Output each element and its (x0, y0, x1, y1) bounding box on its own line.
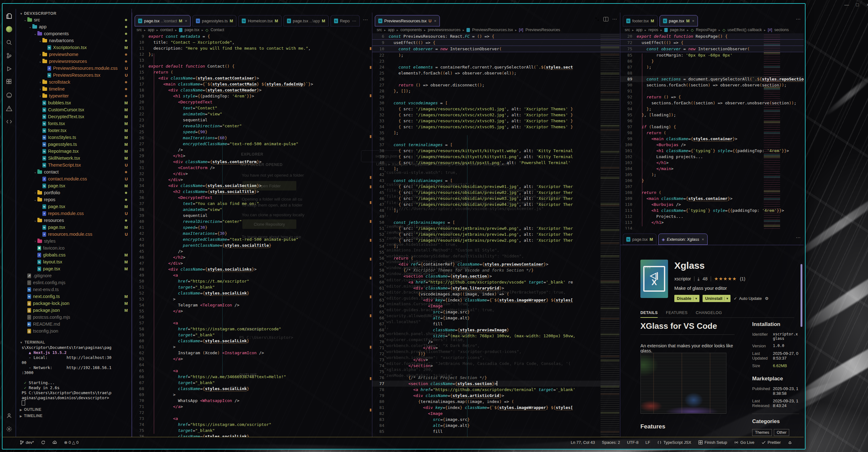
tree-folder-src[interactable]: ⌄src (16, 16, 131, 23)
tree-file-.gitignore[interactable]: ⎇.gitignore (16, 272, 131, 279)
extension-publisher[interactable]: xscriptor (674, 276, 691, 281)
more-actions-icon[interactable]: ⋯ (796, 16, 801, 22)
uninstall-button[interactable]: Uninstall▾ (703, 295, 731, 302)
auto-update-toggle[interactable]: ✓Auto Update (734, 296, 762, 301)
breadcrumb-item[interactable]: PreviewsResources (526, 28, 560, 32)
tree-file-next.config.ts[interactable]: tsnext.config.tsM (16, 293, 131, 300)
breadcrumb-item[interactable]: page.tsx (185, 28, 199, 32)
status-indentation[interactable]: Spaces: 2 (602, 440, 620, 445)
breadcrumb-item[interactable]: useEffect() callback (728, 28, 762, 32)
source-control-icon[interactable] (4, 50, 14, 61)
tree-folder-previewsresources[interactable]: ⌄previewsresources (16, 58, 131, 65)
tree-folder-app[interactable]: ⌄app (16, 23, 131, 30)
tree-file-resources.module.css[interactable]: #resources.module.cssU (16, 231, 131, 237)
status-go-live[interactable]: Go Live (734, 440, 754, 445)
more-actions-icon[interactable]: ⋯ (796, 235, 801, 241)
tree-file-footer.tsx[interactable]: tsfooter.tsxM (16, 127, 131, 134)
close-icon[interactable]: × (702, 237, 704, 242)
rating-count[interactable]: (1) (740, 276, 745, 281)
rating-stars[interactable]: ★★★★★ (714, 276, 737, 282)
tree-folder-repos[interactable]: ⌄repos (16, 196, 131, 203)
code-editor[interactable]: 6const PreviewsResources: React.FC = () … (372, 33, 620, 437)
split-editor-icon[interactable] (603, 17, 609, 21)
minimap[interactable] (600, 35, 619, 437)
tree-folder-components[interactable]: ⌄components (16, 30, 131, 37)
tab-page.tsx[interactable]: tspage.tsxM× (659, 15, 698, 26)
tree-file-SkillNetwork.tsx[interactable]: tsSkillNetwork.tsxM (16, 154, 131, 162)
breadcrumb-item[interactable]: contact (160, 28, 173, 32)
bg-window-control[interactable]: — (844, 2, 849, 7)
tree-file-favicon.ico[interactable]: ▣favicon.ico (16, 245, 131, 251)
tree-file-CustomCursor.tsx[interactable]: tsCustomCursor.tsxM (16, 106, 131, 113)
close-icon[interactable]: × (434, 19, 437, 23)
breadcrumb-item[interactable]: page.tsx (670, 28, 685, 32)
tree-folder-timeline[interactable]: ›timeline (16, 85, 131, 92)
tree-folder-contact[interactable]: ⌄contact (16, 168, 131, 175)
category-chip[interactable]: Other (774, 429, 789, 436)
close-icon[interactable]: × (692, 19, 695, 23)
breadcrumb-item[interactable]: components (401, 28, 422, 32)
tree-file-RepoImage.tsx[interactable]: tsRepoImage.tsxM (16, 148, 131, 154)
bg-window-control[interactable]: □ (855, 2, 860, 7)
tree-folder-typewriter[interactable]: ›typewriter (16, 92, 131, 99)
avatar-icon[interactable] (4, 24, 14, 35)
status-cursor-position[interactable]: Ln 77, Col 43 (571, 440, 595, 445)
files-icon[interactable] (4, 11, 14, 21)
tree-file-package-lock.json[interactable]: {}package-lock.jsonM (16, 300, 131, 307)
status-sync[interactable] (41, 440, 45, 445)
tree-file-tsconfig.json[interactable]: {}tsconfig.json (16, 328, 131, 334)
tree-folder-styles[interactable]: ›styles (16, 237, 131, 245)
tree-file-pagesstyles.ts[interactable]: tspagesstyles.tsM (16, 141, 131, 148)
scrollbar[interactable] (801, 264, 802, 327)
terminal-panel-header[interactable]: ▼TERMINAL (16, 339, 131, 345)
tree-file-globals.css[interactable]: #globals.cssM (16, 251, 131, 258)
tree-file-fonts.tsx[interactable]: tsfonts.tsxM (16, 120, 131, 127)
status-eol[interactable]: LF (645, 440, 650, 445)
bg-window-control[interactable]: × (865, 2, 868, 7)
category-chip[interactable]: Themes (752, 429, 772, 436)
tab-pagesstyles.ts[interactable]: tspagesstyles.tsM (192, 15, 237, 26)
status-notifications[interactable] (787, 440, 792, 445)
tree-file-ThemeScript.tsx[interactable]: tsThemeScript.tsxU (16, 162, 131, 168)
breadcrumb-item[interactable]: src (136, 28, 142, 32)
ext-nav-features[interactable]: FEATURES (666, 311, 687, 315)
extensions-icon[interactable] (4, 77, 14, 87)
tree-file-IconsStyles.ts[interactable]: tsIconsStyles.tsM (16, 134, 131, 141)
tab-Repo[interactable]: tsRepo⋯ (331, 15, 360, 26)
status-language-mode[interactable]: TypeScript JSX (657, 440, 691, 445)
workspace-root[interactable]: ▾DEVXSCRIPTOR (16, 9, 131, 16)
breadcrumb-item[interactable]: src (377, 28, 382, 32)
tree-file-postcss.config.mjs[interactable]: ·postcss.config.mjs (16, 314, 131, 320)
ext-nav-details[interactable]: DETAILS (641, 311, 658, 318)
tree-file-layout.tsx[interactable]: tslayout.tsxM (16, 258, 131, 265)
tab-page.tsx[interactable]: tspage.tsx ...\appM (283, 15, 329, 26)
tree-file-package.json[interactable]: {}package.jsonM (16, 307, 131, 314)
breadcrumb-item[interactable]: app (636, 28, 643, 32)
account-icon[interactable] (4, 411, 14, 421)
code-editor[interactable]: 9export const metadata = {10 title: "Con… (132, 33, 372, 437)
outline-panel-header[interactable]: ▶OUTLINE (16, 406, 131, 413)
tree-file-DecryptedText.tsx[interactable]: tsDecryptedText.tsxM (16, 113, 131, 120)
tree-file-XscriptorIcon.tsx[interactable]: tsXscriptorIcon.tsxM (16, 44, 131, 51)
status-finish-setup[interactable]: Finish Setup (698, 440, 727, 445)
open-changes-icon[interactable] (595, 17, 599, 22)
breadcrumb-item[interactable]: app (388, 28, 395, 32)
tree-file-contact.module.css[interactable]: #contact.module.cssU (16, 175, 131, 182)
breadcrumb-item[interactable]: PreviewsResources.tsx (472, 28, 513, 32)
breadcrumb-item[interactable]: repos (649, 28, 658, 32)
close-icon[interactable]: × (185, 19, 187, 23)
ext-nav-changelog[interactable]: CHANGELOG (696, 311, 722, 315)
tab-Extension-Xglass[interactable]: ◈Extension: Xglass× (658, 233, 708, 245)
tree-file-page.tsx[interactable]: tspage.tsxM (16, 203, 131, 210)
tree-folder-resources[interactable]: ⌄resources (16, 217, 131, 224)
status-encoding[interactable]: UTF-8 (627, 440, 639, 445)
terminal-output[interactable]: s\Xscriptor\Documents\trae\paginas\pag ▲… (16, 345, 131, 406)
background-window-controls[interactable]: —□× (844, 2, 868, 7)
debug-icon[interactable] (4, 63, 14, 74)
gear-icon[interactable]: ⚙ (765, 296, 769, 301)
warning-icon[interactable] (4, 103, 14, 114)
tree-file-page.tsx[interactable]: tspage.tsxM (16, 182, 131, 189)
tree-file-PreviewsResources.tsx[interactable]: tsPreviewsResources.tsxU (16, 72, 131, 79)
settings-icon[interactable] (4, 424, 14, 434)
status-problems[interactable]: ⊗ 0 △ 0 (64, 440, 79, 445)
